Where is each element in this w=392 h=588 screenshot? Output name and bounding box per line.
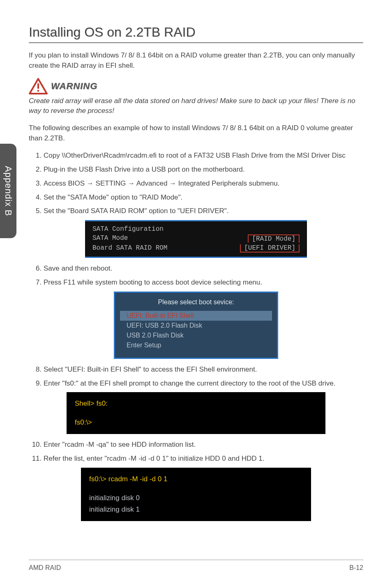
bios-value-highlight: [RAID Mode] bbox=[248, 234, 300, 243]
boot-menu-item: USB 2.0 Flash Disk bbox=[115, 331, 277, 340]
bios-header-row: SATA Configuration bbox=[92, 225, 300, 234]
warning-block: WARNING Create raid array will erase all… bbox=[29, 78, 363, 116]
description-text: The following describes an example of ho… bbox=[29, 123, 363, 143]
page-title: Installing OS on 2.2TB RAID bbox=[29, 25, 363, 43]
footer-right: B-12 bbox=[349, 564, 363, 572]
shell-blank bbox=[89, 485, 303, 492]
step-item: Refer the list, enter "rcadm -M -id -d 0… bbox=[44, 454, 363, 464]
steps-list-4: Enter "rcadm -M -qa" to see HDD informat… bbox=[29, 440, 363, 464]
svg-rect-1 bbox=[37, 83, 39, 89]
bios-screenshot: SATA Configuration SATA Mode [RAID Mode]… bbox=[85, 220, 307, 258]
bios-label: Board SATA RAID ROM bbox=[92, 244, 167, 253]
step-item: Select "UEFI: Built-in EFI Shell" to acc… bbox=[44, 365, 363, 374]
step-item: Access BIOS → SETTING → Advanced → Integ… bbox=[44, 179, 363, 188]
bios-label: SATA Mode bbox=[92, 234, 128, 243]
shell-line: initializing disk 0 bbox=[89, 492, 303, 504]
shell-line: fs0:\> bbox=[75, 417, 317, 428]
step-item: Copy \\OtherDriver\Rcadm\rcadm.efi to ro… bbox=[44, 151, 363, 161]
warning-triangle-icon bbox=[29, 78, 48, 94]
svg-rect-2 bbox=[37, 90, 39, 92]
warning-header: WARNING bbox=[29, 78, 363, 94]
bios-row: Board SATA RAID ROM [UEFI DRIVER] bbox=[92, 243, 300, 253]
warning-label: WARNING bbox=[51, 81, 97, 92]
shell-screenshot-2: fs0:\> rcadm -M -id -d 0 1 initializing … bbox=[81, 468, 311, 521]
step-item: Enter "fs0:" at the EFI shell prompt to … bbox=[44, 379, 363, 388]
page-content: Installing OS on 2.2TB RAID If you plan … bbox=[0, 0, 392, 543]
step-item: Enter "rcadm -M -qa" to see HDD informat… bbox=[44, 440, 363, 450]
shell-line: Shell> fs0: bbox=[75, 398, 317, 409]
boot-menu-item-selected: UEFI: Built-in EFI Shell bbox=[120, 311, 272, 321]
steps-list-1: Copy \\OtherDriver\Rcadm\rcadm.efi to ro… bbox=[29, 151, 363, 216]
shell-line: initializing disk 1 bbox=[89, 504, 303, 515]
boot-menu-title: Please select boot sevice: bbox=[115, 297, 277, 311]
boot-menu-screenshot: Please select boot sevice: UEFI: Built-i… bbox=[114, 292, 278, 359]
boot-menu-item: Enter Setup bbox=[115, 340, 277, 350]
step-item: Save and then reboot. bbox=[44, 264, 363, 273]
step-item: Plug-in the USB Flash Drive into a USB p… bbox=[44, 165, 363, 175]
shell-line: fs0:\> rcadm -M -id -d 0 1 bbox=[89, 473, 303, 485]
bios-header: SATA Configuration bbox=[92, 225, 164, 233]
bios-row: SATA Mode [RAID Mode] bbox=[92, 234, 300, 243]
steps-list-2: Save and then reboot. Press F11 while sy… bbox=[29, 264, 363, 287]
footer-left: AMD RAID bbox=[29, 564, 61, 572]
page-footer: AMD RAID B-12 bbox=[29, 560, 363, 572]
bios-value-highlight: [UEFI DRIVER] bbox=[240, 244, 300, 253]
intro-text: If you plan to install Windows 7/ 8/ 8.1… bbox=[29, 51, 363, 71]
step-item: Set the "Board SATA RAID ROM" option to … bbox=[44, 206, 363, 216]
steps-list-3: Select "UEFI: Built-in EFI Shell" to acc… bbox=[29, 365, 363, 388]
shell-screenshot-1: Shell> fs0: fs0:\> bbox=[67, 392, 325, 434]
step-item: Set the "SATA Mode" option to "RAID Mode… bbox=[44, 193, 363, 202]
boot-menu-item: UEFI: USB 2.0 Flash Disk bbox=[115, 321, 277, 331]
shell-blank bbox=[75, 409, 317, 417]
step-item: Press F11 while system booting to access… bbox=[44, 278, 363, 287]
warning-text: Create raid array will erase all the dat… bbox=[29, 96, 363, 116]
